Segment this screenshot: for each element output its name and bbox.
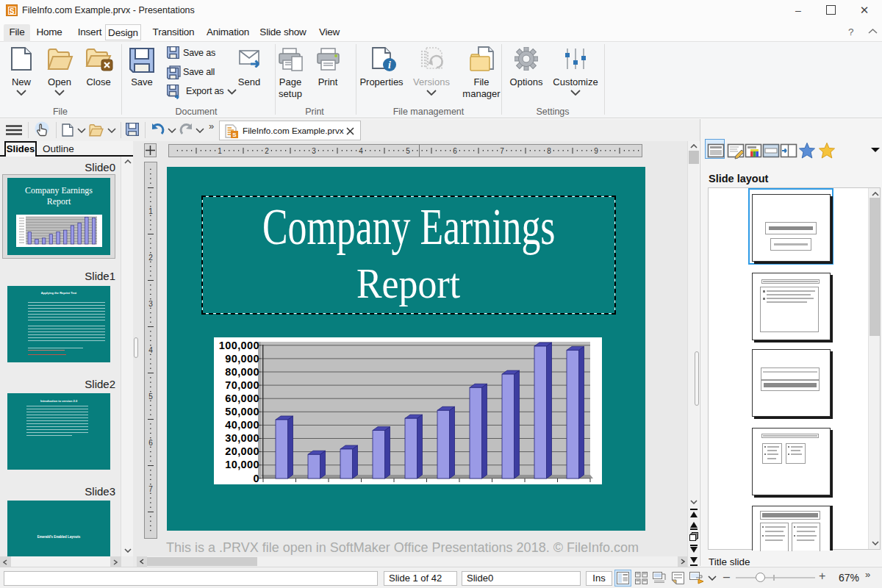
- svg-text:S: S: [232, 132, 237, 138]
- svg-text:2: 2: [265, 147, 269, 155]
- svg-text:50,000: 50,000: [225, 406, 259, 417]
- svg-text:5: 5: [148, 392, 153, 401]
- svg-text:4: 4: [148, 346, 153, 354]
- svg-text:4: 4: [359, 147, 363, 155]
- svg-text:10,000: 10,000: [225, 459, 259, 470]
- svg-text:8: 8: [547, 147, 551, 155]
- svg-text:7: 7: [148, 485, 153, 493]
- svg-text:6: 6: [453, 147, 457, 155]
- svg-text:3: 3: [148, 300, 153, 308]
- svg-text:40,000: 40,000: [225, 419, 259, 431]
- svg-text:70,000: 70,000: [225, 379, 259, 391]
- svg-text:80,000: 80,000: [225, 366, 259, 378]
- svg-text:60,000: 60,000: [225, 392, 259, 404]
- svg-text:30,000: 30,000: [225, 432, 259, 444]
- svg-text:2: 2: [148, 254, 153, 262]
- svg-text:7: 7: [500, 147, 504, 155]
- svg-text:5: 5: [406, 147, 410, 155]
- svg-text:i: i: [388, 60, 391, 71]
- svg-text:20,000: 20,000: [225, 445, 259, 457]
- svg-text:3: 3: [312, 147, 316, 155]
- svg-text:6: 6: [148, 439, 153, 447]
- svg-text:100,000: 100,000: [219, 340, 259, 351]
- svg-text:90,000: 90,000: [225, 353, 259, 365]
- svg-text:1: 1: [218, 147, 222, 155]
- svg-text:1: 1: [148, 207, 153, 215]
- svg-text:9: 9: [594, 147, 598, 155]
